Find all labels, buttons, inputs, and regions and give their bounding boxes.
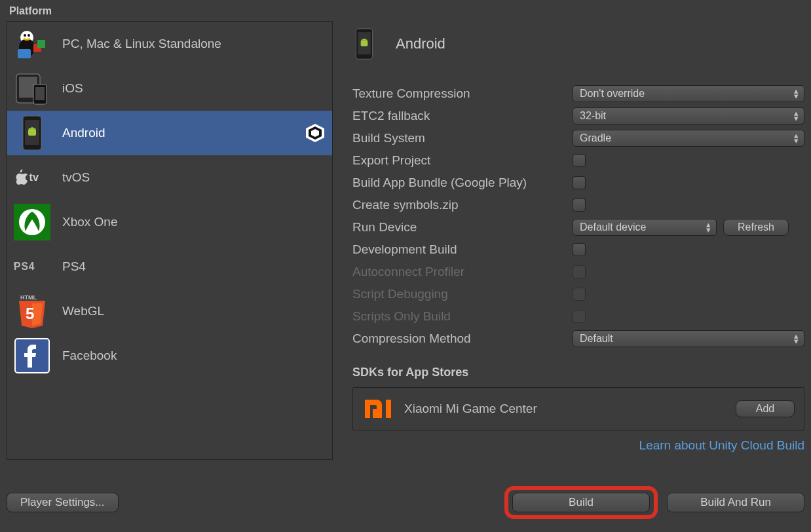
build-and-run-button[interactable]: Build And Run [667, 493, 804, 512]
setting-run-device: Run Device Default device ▴▾ Refresh [352, 216, 804, 238]
platform-label: PC, Mac & Linux Standalone [62, 37, 221, 51]
chevron-updown-icon: ▴▾ [794, 88, 799, 99]
export-project-checkbox[interactable] [573, 154, 586, 167]
platform-label: Xbox One [62, 215, 118, 229]
svg-point-16 [33, 127, 35, 128]
chevron-updown-icon: ▴▾ [794, 133, 799, 143]
pc-mac-linux-icon [14, 26, 50, 62]
platform-label: Android [62, 126, 105, 140]
scripts-only-build-checkbox [573, 310, 586, 323]
platform-list: PC, Mac & Linux Standalone iOS [7, 21, 333, 460]
platform-label: tvOS [62, 170, 90, 185]
html5-icon: HTML 5 [14, 293, 50, 330]
setting-autoconnect-profiler: Autoconnect Profiler [352, 261, 804, 283]
setting-script-debugging: Script Debugging [352, 283, 804, 305]
svg-text:HTML: HTML [20, 294, 37, 301]
create-symbols-checkbox[interactable] [573, 199, 586, 212]
platform-item-android[interactable]: Android [7, 111, 332, 155]
android-phone-icon [352, 28, 376, 60]
platform-item-facebook[interactable]: Facebook [7, 333, 332, 378]
svg-point-15 [30, 127, 31, 128]
platform-item-ps4[interactable]: PS4 PS4 [7, 244, 332, 289]
refresh-button[interactable]: Refresh [723, 219, 789, 236]
development-build-checkbox[interactable] [573, 243, 586, 256]
platform-details-panel: Android Texture Compression Don't overri… [352, 21, 804, 460]
svg-rect-11 [35, 87, 45, 100]
svg-point-3 [24, 34, 26, 37]
platform-item-xboxone[interactable]: Xbox One [7, 200, 332, 244]
platform-item-tvos[interactable]: tv tvOS [7, 155, 332, 200]
selected-platform-title: Android [396, 35, 445, 52]
texture-compression-dropdown[interactable]: Don't override ▴▾ [573, 85, 804, 102]
ios-icon [14, 70, 50, 107]
svg-rect-30 [361, 41, 368, 47]
build-app-bundle-checkbox[interactable] [573, 176, 586, 189]
script-debugging-checkbox [573, 288, 586, 301]
platform-label: iOS [62, 81, 83, 96]
sdk-store-row: Xiaomi Mi Game Center Add [352, 387, 804, 430]
svg-rect-32 [386, 400, 391, 418]
setting-texture-compression: Texture Compression Don't override ▴▾ [352, 83, 804, 105]
setting-etc2-fallback: ETC2 fallback 32-bit ▴▾ [352, 105, 804, 127]
setting-build-system: Build System Gradle ▴▾ [352, 127, 804, 149]
platform-label: PS4 [62, 259, 86, 274]
platform-item-webgl[interactable]: HTML 5 WebGL [7, 289, 332, 333]
svg-rect-14 [28, 129, 36, 136]
svg-text:PS4: PS4 [14, 261, 35, 272]
setting-build-app-bundle: Build App Bundle (Google Play) [352, 172, 804, 194]
svg-point-4 [28, 34, 30, 37]
add-sdk-button[interactable]: Add [736, 400, 795, 417]
setting-development-build: Development Build [352, 238, 804, 261]
svg-rect-31 [373, 409, 378, 418]
xbox-icon [14, 204, 50, 240]
autoconnect-profiler-checkbox [573, 265, 586, 278]
platform-item-pc[interactable]: PC, Mac & Linux Standalone [7, 22, 332, 66]
etc2-fallback-dropdown[interactable]: 32-bit ▴▾ [573, 107, 804, 124]
unity-logo-icon [305, 123, 326, 143]
compression-method-dropdown[interactable]: Default ▴▾ [573, 330, 804, 347]
platform-section-header: Platform [0, 0, 811, 21]
platform-label: WebGL [62, 304, 104, 318]
android-phone-icon [14, 115, 50, 151]
platform-item-ios[interactable]: iOS [7, 66, 332, 111]
build-system-dropdown[interactable]: Gradle ▴▾ [573, 130, 804, 147]
svg-rect-7 [18, 49, 31, 58]
chevron-updown-icon: ▴▾ [794, 333, 799, 344]
setting-export-project: Export Project [352, 149, 804, 172]
sdk-section-header: SDKs for App Stores [352, 366, 804, 379]
sdk-store-label: Xiaomi Mi Game Center [404, 402, 725, 416]
appletv-icon: tv [14, 159, 50, 196]
setting-compression-method: Compression Method Default ▴▾ [352, 328, 804, 350]
svg-text:tv: tv [29, 171, 38, 183]
svg-rect-6 [37, 40, 45, 48]
facebook-icon [14, 337, 50, 374]
setting-scripts-only-build: Scripts Only Build [352, 305, 804, 328]
chevron-updown-icon: ▴▾ [794, 111, 799, 121]
build-button-highlight: Build [504, 486, 658, 519]
setting-create-symbols: Create symbols.zip [352, 194, 804, 216]
build-button[interactable]: Build [512, 493, 650, 512]
svg-text:5: 5 [26, 305, 34, 322]
player-settings-button[interactable]: Player Settings... [7, 493, 119, 512]
platform-label: Facebook [62, 349, 117, 363]
xiaomi-icon [362, 396, 394, 422]
chevron-updown-icon: ▴▾ [706, 222, 711, 233]
run-device-dropdown[interactable]: Default device ▴▾ [573, 219, 717, 236]
cloud-build-link[interactable]: Learn about Unity Cloud Build [639, 438, 804, 452]
ps4-icon: PS4 [14, 248, 50, 285]
